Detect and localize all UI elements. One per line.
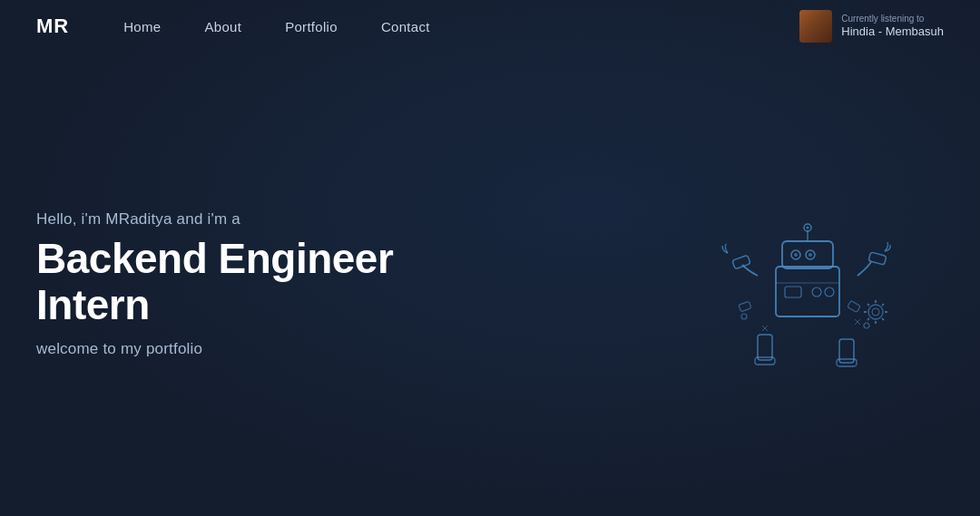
hero-section: Hello, i'm MRaditya and i'm a Backend En…	[0, 53, 980, 516]
album-art	[799, 10, 832, 43]
now-playing-text: Currently listening to Hindia - Membasuh	[841, 13, 944, 40]
svg-rect-21	[848, 300, 860, 312]
svg-point-9	[808, 253, 812, 257]
now-playing-widget: Currently listening to Hindia - Membasuh	[799, 10, 944, 43]
currently-listening-label: Currently listening to	[841, 13, 944, 24]
svg-rect-13	[732, 255, 750, 269]
hero-intro: Hello, i'm MRaditya and i'm a	[36, 210, 490, 229]
robot-illustration	[708, 185, 907, 385]
svg-rect-15	[758, 335, 772, 360]
hero-subtitle: welcome to my portfolio	[36, 340, 490, 358]
nav-link-contact[interactable]: Contact	[381, 19, 430, 34]
svg-line-35	[867, 318, 869, 320]
svg-point-20	[864, 323, 869, 328]
navbar: MR Home About Portfolio Contact Currentl…	[0, 0, 980, 53]
robot-svg	[708, 185, 907, 385]
svg-point-4	[825, 287, 834, 297]
svg-rect-2	[785, 287, 801, 297]
svg-rect-5	[782, 241, 833, 268]
nav-link-about[interactable]: About	[204, 19, 241, 34]
svg-point-12	[807, 226, 809, 229]
svg-point-19	[741, 314, 747, 319]
svg-line-36	[882, 304, 884, 306]
nav-links: Home About Portfolio Contact	[123, 19, 799, 34]
hero-content: Hello, i'm MRaditya and i'm a Backend En…	[36, 210, 490, 358]
svg-line-33	[867, 304, 869, 306]
nav-link-home[interactable]: Home	[123, 19, 161, 34]
hero-title: Backend Engineer Intern	[36, 236, 490, 327]
svg-line-34	[882, 318, 884, 320]
nav-link-portfolio[interactable]: Portfolio	[285, 19, 338, 34]
svg-point-3	[812, 287, 821, 297]
song-name: Hindia - Membasuh	[841, 24, 944, 40]
svg-point-27	[868, 305, 883, 319]
nav-logo: MR	[36, 15, 69, 38]
svg-rect-22	[739, 301, 751, 312]
svg-point-28	[872, 308, 879, 316]
svg-point-7	[794, 253, 798, 257]
